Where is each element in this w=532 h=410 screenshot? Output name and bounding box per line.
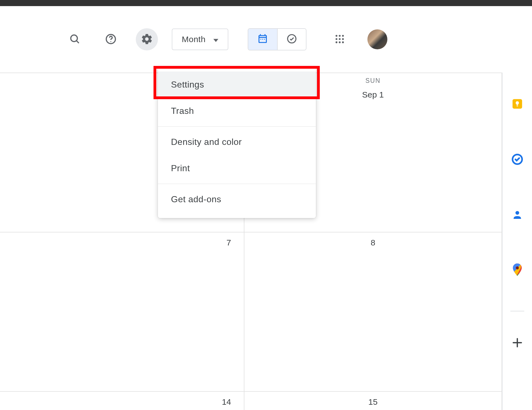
svg-point-13 bbox=[342, 38, 344, 40]
menu-item-label: Density and color bbox=[171, 137, 242, 147]
keep-app-button[interactable] bbox=[510, 98, 524, 111]
svg-line-1 bbox=[76, 40, 79, 43]
svg-point-4 bbox=[260, 39, 261, 40]
svg-point-21 bbox=[516, 266, 519, 270]
apps-grid-icon bbox=[334, 34, 345, 45]
contacts-icon bbox=[512, 209, 523, 221]
svg-point-15 bbox=[339, 41, 341, 43]
chevron-down-icon bbox=[213, 35, 218, 44]
calendar-cell[interactable]: 15 bbox=[244, 392, 502, 410]
menu-item-label: Trash bbox=[171, 106, 194, 116]
svg-point-12 bbox=[339, 38, 341, 40]
contacts-app-button[interactable] bbox=[510, 208, 524, 222]
settings-gear-button[interactable] bbox=[136, 28, 158, 50]
settings-dropdown-menu: Settings Trash Density and color Print G… bbox=[158, 68, 316, 218]
maps-pin-icon bbox=[512, 263, 523, 278]
menu-item-label: Settings bbox=[171, 80, 204, 90]
gear-icon bbox=[141, 33, 153, 46]
menu-divider bbox=[158, 184, 316, 184]
menu-item-density-color[interactable]: Density and color bbox=[158, 129, 316, 155]
svg-point-11 bbox=[336, 38, 337, 40]
account-avatar[interactable] bbox=[367, 29, 387, 49]
day-date: 7 bbox=[226, 238, 231, 247]
help-icon bbox=[105, 33, 117, 46]
side-panel bbox=[502, 73, 532, 410]
maps-app-button[interactable] bbox=[510, 264, 524, 278]
view-select-label: Month bbox=[182, 35, 206, 44]
browser-chrome-bar bbox=[0, 0, 532, 6]
google-apps-button[interactable] bbox=[329, 28, 351, 50]
svg-point-10 bbox=[342, 35, 344, 37]
menu-item-settings[interactable]: Settings bbox=[158, 71, 316, 98]
calendar-week-row: 7 8 bbox=[0, 232, 502, 392]
calendar-icon bbox=[257, 33, 268, 45]
calendar-cell[interactable]: 8 bbox=[244, 232, 502, 391]
view-toggle-group bbox=[248, 28, 306, 50]
calendar-cell[interactable]: 14 bbox=[0, 392, 244, 410]
svg-point-0 bbox=[71, 35, 77, 42]
tasks-app-button[interactable] bbox=[510, 153, 524, 167]
add-addon-button[interactable] bbox=[510, 336, 524, 350]
help-button[interactable] bbox=[100, 28, 122, 50]
tasks-icon bbox=[511, 153, 524, 167]
svg-point-16 bbox=[342, 41, 344, 43]
svg-point-14 bbox=[336, 41, 337, 43]
calendar-week-row: 14 15 bbox=[0, 392, 502, 410]
calendar-view-toggle[interactable] bbox=[248, 29, 277, 50]
task-checkmark-icon bbox=[286, 33, 297, 45]
svg-point-6 bbox=[264, 39, 265, 40]
svg-point-3 bbox=[110, 41, 111, 42]
side-panel-divider bbox=[510, 311, 524, 311]
menu-item-label: Get add-ons bbox=[171, 194, 221, 204]
tasks-view-toggle[interactable] bbox=[277, 29, 306, 50]
menu-item-label: Print bbox=[171, 163, 190, 173]
search-icon bbox=[69, 33, 81, 46]
plus-icon bbox=[511, 337, 523, 350]
menu-item-get-addons[interactable]: Get add-ons bbox=[158, 186, 316, 212]
calendar-cell[interactable]: 7 bbox=[0, 232, 244, 391]
svg-point-20 bbox=[515, 211, 519, 215]
app-toolbar: Month bbox=[0, 6, 532, 73]
day-date: 14 bbox=[222, 397, 231, 407]
day-header: SUN bbox=[365, 77, 381, 84]
day-date: 15 bbox=[368, 397, 377, 407]
keep-icon bbox=[511, 98, 524, 111]
menu-divider bbox=[158, 126, 316, 127]
day-date: Sep 1 bbox=[362, 90, 384, 99]
view-select-dropdown[interactable]: Month bbox=[172, 29, 228, 50]
svg-point-9 bbox=[339, 35, 341, 37]
svg-point-5 bbox=[262, 39, 263, 40]
search-button[interactable] bbox=[64, 28, 86, 50]
day-date: 8 bbox=[371, 238, 375, 247]
menu-item-print[interactable]: Print bbox=[158, 155, 316, 181]
svg-rect-18 bbox=[516, 106, 518, 106]
svg-point-8 bbox=[336, 35, 337, 37]
menu-item-trash[interactable]: Trash bbox=[158, 98, 316, 124]
